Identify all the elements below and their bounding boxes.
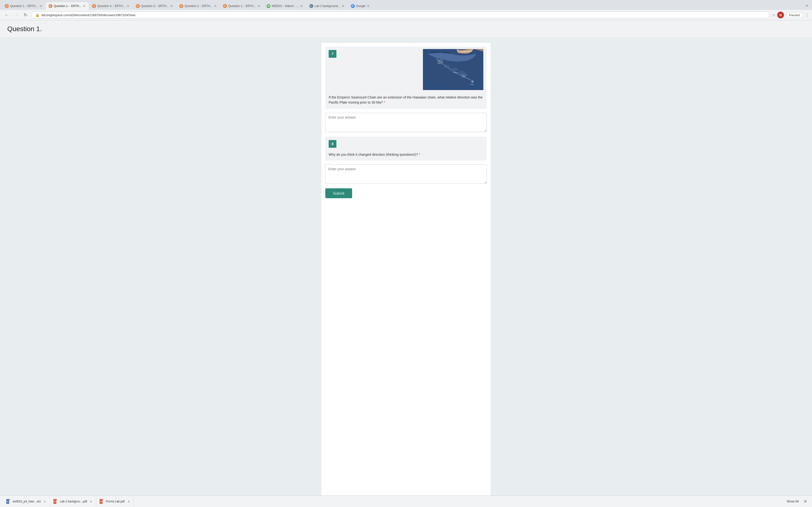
svg-marker-18 [56,499,57,500]
tab-tab1[interactable]: QQuestion 1. - ERTH...✕ [2,2,45,10]
download-icon-2 [99,499,104,504]
tab-close-tab8[interactable]: ✕ [342,4,345,8]
url-text: dal.brightspace.com/d2l/le/content/13067… [41,13,765,17]
svg-rect-17 [53,499,56,504]
emperor-label: Emperor [438,59,443,61]
tab-label-tab6: Question 1. - ERTH... [229,4,256,8]
tab-label-tab7: WEEK5 - Video4 - ... [272,4,299,8]
download-chevron-2[interactable]: ∧ [126,499,131,504]
tab-close-tab7[interactable]: ✕ [300,4,303,8]
tab-close-tab9[interactable]: ✕ [367,4,370,8]
paused-badge[interactable]: Paused [786,12,803,18]
aleutian-trench-label: Aleutian Trench [460,50,472,52]
tab-label-tab8: Lab 2 background... [315,4,340,8]
address-bar-actions: ☆ N Paused ⋮ [772,12,809,18]
answer-input-7[interactable] [325,113,487,132]
ocean-topography-svg: Aleutian Trench Emperor Seamount Chain M… [423,49,483,90]
svg-rect-15 [7,501,9,501]
svg-point-4 [451,68,458,71]
question-7-badge: 7 [329,50,337,58]
page-content: 7 [0,38,812,507]
reload-button[interactable]: ↻ [22,11,29,18]
tab-label-tab5: Question 2. - ERTH... [185,4,212,8]
bookmark-icon[interactable]: ☆ [772,13,775,17]
paused-label: Paused [789,13,800,17]
download-item-1[interactable]: Lab 2 backgrou....pdf∧ [50,496,96,507]
midway-label: Midway [453,72,458,73]
question-7-header: 7 [325,47,487,109]
ocean-map-image: Aleutian Trench Emperor Seamount Chain M… [423,49,483,90]
svg-rect-21 [100,499,102,504]
download-chevron-0[interactable]: ∧ [43,499,47,504]
page-header: Question 1. [0,20,812,38]
forward-button[interactable]: → [12,12,20,18]
tab-tab7[interactable]: WWEEK5 - Video4 - ...✕ [264,2,306,10]
tab-tab2[interactable]: QQuestion 1. - ERTH...✕ [46,2,89,10]
tab-close-tab3[interactable]: ✕ [126,4,130,8]
download-name-2: Forms Lab.pdf [106,500,124,503]
tab-label-tab1: Question 1. - ERTH... [10,4,38,8]
download-icon-1 [53,499,58,504]
download-item-2[interactable]: Forms Lab.pdf∧ [96,496,134,507]
downloads-close-button[interactable]: ✕ [802,498,809,505]
svg-point-7 [440,56,444,59]
tab-tab6[interactable]: QQuestion 1. - ERTH...✕ [220,2,263,10]
required-star-7: * [384,101,385,104]
download-icon-0 [6,499,11,504]
download-name-1: Lab 2 backgrou....pdf [60,500,87,503]
tab-close-tab2[interactable]: ✕ [83,4,86,8]
new-tab-button[interactable]: + [804,2,810,10]
question-8-inner: 8 Why do you think it changed direction … [325,137,487,161]
tab-tab9[interactable]: GGoogle✕ [348,2,373,10]
download-item-0[interactable]: es0810_p4_haw....dcr∧ [3,496,50,507]
tab-label-tab2: Question 1. - ERTH... [54,4,82,8]
question-7-block: 7 [325,47,487,109]
profile-badge[interactable]: N [777,12,784,18]
svg-rect-24 [100,502,101,502]
question-8-block: 8 Why do you think it changed direction … [325,137,487,161]
submit-button[interactable]: Submit [325,188,352,198]
hawaiian-ridge-label: Hawaiian [462,74,467,76]
svg-text:Ridge: Ridge [462,76,465,77]
required-star-8: * [419,153,420,157]
tab-close-tab1[interactable]: ✕ [39,4,42,8]
tab-close-tab5[interactable]: ✕ [214,4,217,8]
svg-point-5 [444,65,450,68]
content-card: 7 [321,43,491,507]
svg-rect-19 [54,501,56,501]
address-bar[interactable]: 🔒 dal.brightspace.com/d2l/le/content/130… [31,12,769,18]
tab-tab3[interactable]: QQuestion 4. - ERTH...✕ [89,2,133,10]
page-title: Question 1. [7,25,805,33]
hawaii-label: Hawaii [470,83,474,85]
answer-area-8 [325,164,487,184]
svg-point-8 [471,80,474,83]
svg-marker-22 [102,499,103,500]
submit-area: Submit [321,188,491,203]
tab-tab5[interactable]: QQuestion 2. - ERTH...✕ [176,2,220,10]
browser-chrome: QQuestion 1. - ERTH...✕QQuestion 1. - ER… [0,0,812,20]
question-7-text: If the Emperor Seamount Chain are an ext… [325,93,487,109]
address-bar-row: ← → ↻ 🔒 dal.brightspace.com/d2l/le/conte… [0,10,812,20]
svg-rect-23 [100,501,102,501]
svg-text:Seamount: Seamount [437,61,443,62]
tab-label-tab9: Google [356,4,366,8]
svg-rect-13 [6,499,9,504]
back-button[interactable]: ← [3,12,10,18]
download-chevron-1[interactable]: ∧ [89,499,93,504]
answer-input-8[interactable] [325,164,487,184]
question-8-text: Why do you think it changed direction (t… [329,150,483,157]
show-all-button[interactable]: Show All [784,498,802,505]
tab-close-tab4[interactable]: ✕ [170,4,173,8]
svg-rect-20 [54,502,55,502]
tab-tab4[interactable]: QQuestion 3. - ERTH...✕ [133,2,176,10]
tab-tab8[interactable]: LLab 2 background...✕ [306,2,348,10]
menu-dots-icon[interactable]: ⋮ [805,12,809,18]
question-8-badge: 8 [329,140,337,148]
tab-close-tab6[interactable]: ✕ [257,4,260,8]
svg-rect-16 [7,502,8,502]
downloads-bar: es0810_p4_haw....dcr∧Lab 2 backgrou....p… [0,495,812,507]
svg-text:Chain: Chain [438,63,441,64]
tab-bar: QQuestion 1. - ERTH...✕QQuestion 1. - ER… [0,0,812,10]
answer-area-7 [325,113,487,133]
download-name-0: es0810_p4_haw....dcr [12,500,41,503]
